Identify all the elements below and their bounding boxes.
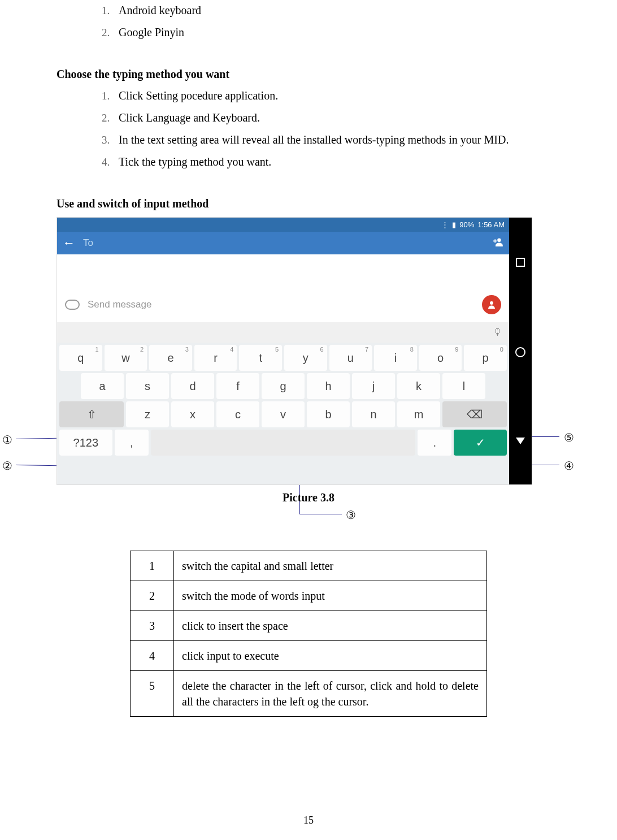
list-item: 1.Click Setting pocedure application. [102,88,560,104]
list-item: 2.Click Language and Keyboard. [102,110,560,126]
heading-use: Use and switch of input method [57,197,560,210]
list-marker: 2. [102,110,119,126]
key-q[interactable]: q1 [59,345,102,371]
table-row: 3click to insert the space [131,611,487,641]
nav-back-icon[interactable] [516,438,525,444]
key-a[interactable]: a [81,373,124,399]
key-p[interactable]: p0 [464,345,507,371]
list-text: In the text setting area will reveal all… [119,132,560,148]
key-e[interactable]: e3 [149,345,192,371]
key-mode[interactable]: ?123 [59,430,112,456]
table-row: 1switch the capital and small letter [131,551,487,581]
list-marker: 1. [102,88,119,104]
to-field[interactable]: To [83,237,93,249]
legend-num: 5 [131,671,174,717]
key-w[interactable]: w2 [105,345,147,371]
key-f[interactable]: f [216,373,259,399]
key-l[interactable]: l [442,373,485,399]
key-period[interactable]: . [418,430,451,456]
legend-desc: click to insert the space [174,611,487,641]
suggestion-bar: 🎙 [57,322,509,343]
callout-2: ② [2,459,12,473]
list-item: 2.Google Pinyin [102,24,560,41]
key-u[interactable]: u7 [329,345,372,371]
list-item: 4.Tick the typing method you want. [102,154,560,170]
list-text: Android keyboard [119,2,560,19]
list-marker: 4. [102,154,119,170]
legend-desc: switch the mode of words input [174,581,487,611]
clock-text: 1:56 AM [477,220,505,229]
app-topbar: ← To [57,232,509,254]
key-m[interactable]: m [397,401,440,427]
key-b[interactable]: b [307,401,350,427]
figure-wrap: ① ② ⑤ ④ ③ ⋮ ▮ 90% 1:56 AM ← To [57,217,560,534]
callout-3: ③ [346,508,356,522]
screenshot: ⋮ ▮ 90% 1:56 AM ← To Send messag [57,217,532,485]
list-item: 1.Android keyboard [102,2,560,19]
bluetooth-icon: ⋮ [441,220,449,229]
key-z[interactable]: z [126,401,169,427]
page-number: 15 [0,815,617,826]
legend-num: 1 [131,551,174,581]
key-c[interactable]: c [216,401,259,427]
system-nav-bar [509,218,532,484]
table-row: 4click input to execute [131,641,487,671]
key-h[interactable]: h [307,373,350,399]
nav-recent-icon[interactable] [516,258,525,267]
keyboard: q1w2e3r4t5y6u7i8o9p0 asdfghjkl ⇧zxcvbnm⌫… [57,343,509,484]
list-a: 1.Android keyboard2.Google Pinyin [102,2,560,41]
key-v[interactable]: v [262,401,305,427]
battery-text: 90% [459,220,474,229]
legend-desc: switch the capital and small letter [174,551,487,581]
key-s[interactable]: s [126,373,169,399]
key-g[interactable]: g [262,373,305,399]
legend-table: 1switch the capital and small letter2swi… [130,551,487,717]
key-comma[interactable]: , [115,430,149,456]
list-marker: 3. [102,132,119,148]
list-marker: 1. [102,3,119,19]
status-bar: ⋮ ▮ 90% 1:56 AM [57,218,509,232]
legend-desc: delete the character in the left of curs… [174,671,487,717]
key-r[interactable]: r4 [194,345,237,371]
callout-4: ④ [564,459,574,473]
list-text: Google Pinyin [119,24,560,41]
nav-home-icon[interactable] [515,347,525,357]
table-row: 2switch the mode of words input [131,581,487,611]
message-input[interactable]: Send message [88,299,474,310]
list-item: 3.In the text setting area will reveal a… [102,132,560,148]
send-fab[interactable] [482,295,501,314]
callout-line-3h [299,514,342,514]
list-text: Tick the typing method you want. [119,154,560,170]
key-i[interactable]: i8 [374,345,417,371]
key-shift[interactable]: ⇧ [59,401,124,427]
add-contact-icon[interactable] [492,237,503,249]
key-backspace[interactable]: ⌫ [442,401,507,427]
key-d[interactable]: d [171,373,214,399]
list-marker: 2. [102,25,119,41]
key-t[interactable]: t5 [239,345,282,371]
legend-num: 3 [131,611,174,641]
key-n[interactable]: n [352,401,395,427]
key-k[interactable]: k [397,373,440,399]
legend-num: 4 [131,641,174,671]
callout-1: ① [2,433,12,447]
key-enter[interactable]: ✓ [454,430,507,456]
mic-icon[interactable]: 🎙 [493,327,502,337]
svg-point-1 [490,301,493,305]
heading-choose: Choose the typing method you want [57,68,560,81]
battery-icon: ▮ [452,220,456,229]
key-o[interactable]: o9 [419,345,462,371]
list-b: 1.Click Setting pocedure application.2.C… [102,88,560,170]
key-y[interactable]: y6 [284,345,327,371]
list-text: Click Language and Keyboard. [119,110,560,126]
back-icon[interactable]: ← [63,236,75,250]
callout-5: ⑤ [564,431,574,444]
figure-caption: Picture 3.8 [57,491,560,504]
svg-point-0 [497,238,501,241]
list-text: Click Setting pocedure application. [119,88,560,104]
key-j[interactable]: j [352,373,395,399]
key-x[interactable]: x [171,401,214,427]
key-space[interactable] [151,430,416,456]
table-row: 5delete the character in the left of cur… [131,671,487,717]
attach-icon[interactable] [65,300,80,310]
